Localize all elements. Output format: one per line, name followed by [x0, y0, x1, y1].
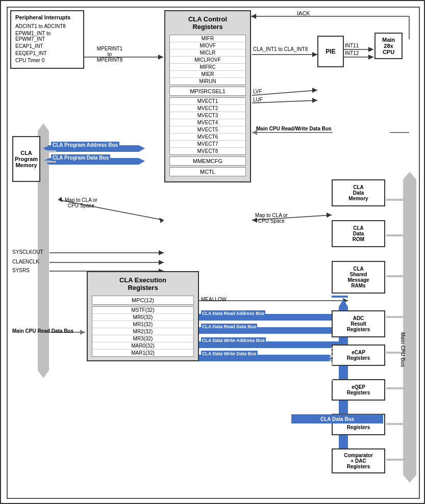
cla-exec-box: CLA Execution Registers MPC(12) MSTF(32)… — [87, 271, 199, 361]
main-cpu-bus-label-text: Main CPU Bus — [400, 332, 406, 367]
reg-mvect7: MVECT7 — [170, 141, 245, 148]
cla-control-box: CLA Control Registers MIFR MIOVF MICLR M… — [164, 10, 251, 182]
svg-marker-55 — [403, 475, 416, 483]
reg-mvect3: MVECT3 — [170, 112, 245, 119]
peripheral-item-1: EPWM1_INT to EPWM7_INT — [15, 31, 79, 42]
exec-reg-mr2: MR2(32) — [92, 328, 193, 335]
reg-mvect2: MVECT2 — [170, 105, 245, 112]
svg-marker-25 — [139, 158, 145, 165]
peripheral-item-0: ADCINT1 to ADCINT8 — [15, 23, 79, 29]
svg-marker-27 — [159, 218, 164, 223]
cla-data-bus-rotated-label: CLA Data Bus — [291, 414, 383, 423]
reg-mvect4: MVECT4 — [170, 119, 245, 126]
svg-marker-35 — [159, 260, 164, 265]
peripheral-title: Peripheral Interrupts — [15, 14, 79, 20]
cla-exec-title2-text: Registers — [128, 284, 158, 291]
reg-mvect6: MVECT6 — [170, 134, 245, 141]
reg-miclr: MICLR — [170, 49, 245, 57]
reg-mier: MIER — [170, 71, 245, 78]
sysclkout-label: SYSCLKOUT — [12, 249, 43, 255]
main-cpu-title: Main 28x CPU — [378, 37, 399, 55]
exec-reg-mr0: MR0(32) — [92, 314, 193, 321]
svg-marker-8 — [368, 47, 373, 52]
cla-prog-mem-box: CLAProgramMemory — [12, 136, 40, 182]
int12-label: INT12 — [345, 50, 359, 56]
mvect-group: MVECT1 MVECT2 MVECT3 MVECT4 MVECT5 MVECT… — [169, 97, 246, 155]
reg-mirun: MIRUN — [170, 78, 245, 85]
mperint-label: MPERINT1 to MPERINT8 — [84, 46, 135, 63]
mem-block-comparator-dac: Comparator+ DACRegisters — [332, 448, 385, 473]
reg-mifr: MIFR — [170, 35, 245, 42]
main-cpu-read-data-label: Main CPU Read Data Bus — [12, 328, 73, 334]
cla-data-bus-label-text: CLA Data Bus — [329, 348, 334, 381]
lvf-label: LVF — [253, 89, 262, 94]
mem-block-ecap: eCAPRegisters — [332, 344, 385, 366]
luf-label: LUF — [253, 97, 263, 102]
cla-control-title: CLA Control Registers — [165, 11, 250, 33]
cla-data-write-addr-label: CLA Data Write Address Bus — [201, 337, 266, 343]
svg-marker-22 — [139, 145, 145, 152]
exec-reg-mr1: MR1(32) — [92, 321, 193, 328]
cla-control-title-text: CLA Control — [188, 15, 227, 23]
main-cpu-box: Main 28x CPU — [374, 33, 403, 59]
reg-miclrovf: MICLROVF — [170, 57, 245, 64]
cla-int-label: CLA_INT1 to CLA_INT8 — [253, 46, 308, 52]
iack-label: IACK — [297, 10, 310, 16]
svg-marker-14 — [312, 98, 317, 103]
mem-block-cla-shared-rams: CLASharedMessageRAMs — [332, 261, 385, 294]
cla-exec-title: CLA Execution Registers — [88, 272, 198, 294]
map-to-cla-cpu2-label: Map to CLA orCPU Space — [255, 213, 288, 224]
svg-marker-24 — [43, 158, 49, 165]
exec-reg-mstf: MSTF(32) — [92, 307, 193, 314]
reg-mvect5: MVECT5 — [170, 126, 245, 134]
cla-data-write-data-label: CLA Data Write Data Bus — [201, 351, 258, 357]
main-cpu-rw-bus-label: Main CPU Read/Write Data Bus — [256, 126, 332, 131]
pie-box: PIE — [317, 36, 344, 67]
cla-control-title2-text: Registers — [192, 23, 222, 31]
svg-marker-21 — [43, 145, 49, 152]
sysrs-label: SYSRS — [12, 268, 30, 273]
mem-block-cla-data-memory: CLADataMemory — [332, 179, 385, 206]
reg-mifrc: MIFRC — [170, 64, 245, 71]
reg-mvect1: MVECT1 — [170, 98, 245, 105]
peripheral-item-2: ECAP1_INT — [15, 43, 79, 49]
svg-marker-28 — [58, 197, 63, 202]
cla-exec-regs: MPC(12) MSTF(32) MR0(32) MR1(32) MR2(32)… — [88, 294, 198, 360]
cla-data-read-addr-label: CLA Data Read Address Bus — [201, 310, 265, 316]
pie-label: PIE — [326, 48, 335, 55]
svg-marker-41 — [343, 298, 348, 303]
mem-block-eqep: eQEPRegisters — [332, 379, 385, 401]
svg-marker-30 — [327, 213, 332, 218]
int11-label: INT11 — [345, 43, 359, 48]
main-cpu-title-text: Main 28x — [382, 37, 395, 49]
cla-data-read-data-label: CLA Data Read Data Bus — [201, 324, 257, 330]
exec-reg-mar1: MAR1(32) — [92, 350, 193, 356]
main-regs-group: MIFR MIOVF MICLR MICLROVF MIFRC MIER MIR… — [169, 35, 246, 85]
svg-marker-39 — [80, 330, 85, 335]
reg-mmemcfg: MMEMCFG — [169, 156, 246, 166]
reg-mvect8: MVECT8 — [170, 148, 245, 154]
exec-reg-mar0: MAR0(32) — [92, 342, 193, 350]
cla-prog-data-bus-label: CLA Program Data Bus — [51, 154, 110, 161]
svg-marker-10 — [368, 55, 373, 60]
map-to-cla-cpu1-label: Map to CLA orCPU Space — [65, 197, 97, 208]
peripheral-box: Peripheral Interrupts ADCINT1 to ADCINT8… — [10, 10, 84, 69]
main-cpu-title2-text: CPU — [383, 49, 394, 55]
mperint-text: MPERINT1 to MPERINT8 — [97, 46, 123, 63]
svg-marker-33 — [159, 250, 164, 255]
svg-marker-4 — [158, 55, 163, 60]
svg-marker-6 — [312, 52, 317, 57]
svg-marker-2 — [251, 14, 256, 19]
cla-prog-addr-bus-label: CLA Program Address Bus — [51, 142, 119, 148]
meallow-label: MEALLOW — [201, 297, 227, 302]
reg-mpisrcsel1: MPISRCSEL1 — [169, 87, 246, 96]
svg-marker-43 — [339, 299, 348, 307]
exec-regs-group: MSTF(32) MR0(32) MR1(32) MR2(32) MR3(32)… — [92, 306, 194, 357]
cla-control-regs: MIFR MIOVF MICLR MICLROVF MIFRC MIER MIR… — [165, 33, 250, 181]
svg-rect-53 — [403, 179, 416, 475]
svg-marker-19 — [38, 123, 49, 131]
mem-block-cla-data-rom: CLADataROM — [332, 220, 385, 247]
svg-marker-54 — [403, 172, 416, 179]
exec-reg-mpc: MPC(12) — [92, 296, 194, 305]
reg-mctl: MCTL — [169, 167, 246, 176]
